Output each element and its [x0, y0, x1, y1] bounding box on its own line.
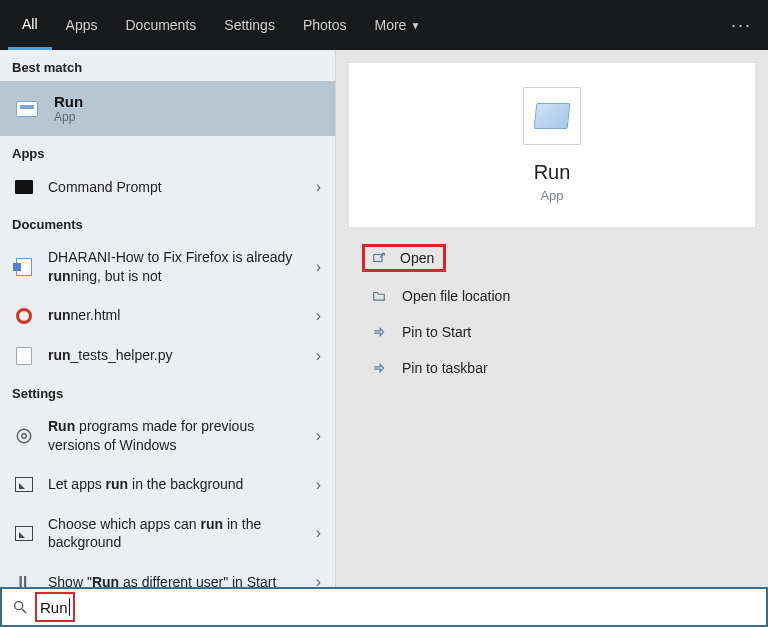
- result-doc-runner-html[interactable]: runner.html›: [0, 296, 335, 336]
- tab-settings[interactable]: Settings: [210, 0, 289, 50]
- svg-line-7: [22, 609, 26, 613]
- pin-icon: [370, 361, 388, 375]
- pin-icon: [370, 325, 388, 339]
- result-label: run_tests_helper.py: [48, 346, 302, 365]
- search-icon: [12, 599, 28, 615]
- result-label: DHARANI-How to Fix Firefox is already ru…: [48, 248, 302, 286]
- action-open[interactable]: Open: [356, 238, 756, 278]
- chevron-down-icon: ▼: [410, 20, 420, 31]
- chevron-right-icon[interactable]: ›: [316, 347, 321, 365]
- chevron-right-icon[interactable]: ›: [316, 476, 321, 494]
- result-command-prompt[interactable]: Command Prompt›: [0, 167, 335, 207]
- tab-more[interactable]: More▼: [360, 0, 434, 50]
- section-settings: Settings: [0, 376, 335, 407]
- action-open-location[interactable]: Open file location: [356, 278, 756, 314]
- preview-subtitle: App: [365, 188, 739, 203]
- search-input[interactable]: Run: [40, 599, 68, 616]
- word-icon: [14, 257, 34, 277]
- result-doc-run-tests-helper[interactable]: run_tests_helper.py›: [0, 336, 335, 376]
- section-apps: Apps: [0, 136, 335, 167]
- action-pin-taskbar[interactable]: Pin to taskbar: [356, 350, 756, 386]
- gear-icon: [14, 426, 34, 446]
- preview-pane: Run App OpenOpen file locationPin to Sta…: [336, 50, 768, 587]
- svg-rect-0: [17, 429, 31, 443]
- svg-rect-4: [374, 255, 382, 262]
- section-best-match: Best match: [0, 50, 335, 81]
- best-match-subtitle: App: [54, 110, 83, 124]
- opera-icon: [14, 306, 34, 326]
- chevron-right-icon[interactable]: ›: [316, 427, 321, 445]
- result-setting-compat[interactable]: Run programs made for previous versions …: [0, 407, 335, 465]
- action-label: Open file location: [402, 288, 510, 304]
- chevron-right-icon[interactable]: ›: [316, 524, 321, 542]
- chevron-right-icon[interactable]: ›: [316, 258, 321, 276]
- result-label: Let apps run in the background: [48, 475, 302, 494]
- doc-icon: [14, 346, 34, 366]
- action-label: Pin to taskbar: [402, 360, 488, 376]
- chevron-right-icon[interactable]: ›: [316, 178, 321, 196]
- result-label: runner.html: [48, 306, 302, 325]
- open-icon: [370, 251, 388, 265]
- svg-point-6: [15, 602, 23, 610]
- action-pin-start[interactable]: Pin to Start: [356, 314, 756, 350]
- best-match-title: Run: [54, 93, 83, 110]
- search-filter-tabs: AllAppsDocumentsSettingsPhotosMore▼ ···: [0, 0, 768, 50]
- photo-icon: [14, 475, 34, 495]
- action-label: Pin to Start: [402, 324, 471, 340]
- chevron-right-icon[interactable]: ›: [316, 307, 321, 325]
- result-label: Choose which apps can run in the backgro…: [48, 515, 302, 553]
- result-doc-dharani[interactable]: DHARANI-How to Fix Firefox is already ru…: [0, 238, 335, 296]
- tab-apps[interactable]: Apps: [52, 0, 112, 50]
- overflow-menu[interactable]: ···: [731, 15, 752, 36]
- results-list: Best match Run App Apps Command Prompt› …: [0, 50, 336, 587]
- result-label: Command Prompt: [48, 178, 302, 197]
- search-bar[interactable]: Run: [0, 587, 768, 627]
- run-icon: [14, 98, 40, 120]
- action-label: Open: [400, 250, 434, 266]
- photo-icon: [14, 523, 34, 543]
- tab-documents[interactable]: Documents: [111, 0, 210, 50]
- best-match-item-run[interactable]: Run App: [0, 81, 335, 136]
- preview-app-icon: [523, 87, 581, 145]
- tab-all[interactable]: All: [8, 0, 52, 50]
- folder-icon: [370, 289, 388, 303]
- text-caret: [69, 598, 70, 616]
- result-setting-choose-bg[interactable]: Choose which apps can run in the backgro…: [0, 505, 335, 563]
- tab-photos[interactable]: Photos: [289, 0, 361, 50]
- svg-point-1: [22, 433, 27, 438]
- section-documents: Documents: [0, 207, 335, 238]
- preview-title: Run: [365, 161, 739, 184]
- cmd-icon: [14, 177, 34, 197]
- result-label: Run programs made for previous versions …: [48, 417, 302, 455]
- result-setting-bg-apps[interactable]: Let apps run in the background›: [0, 465, 335, 505]
